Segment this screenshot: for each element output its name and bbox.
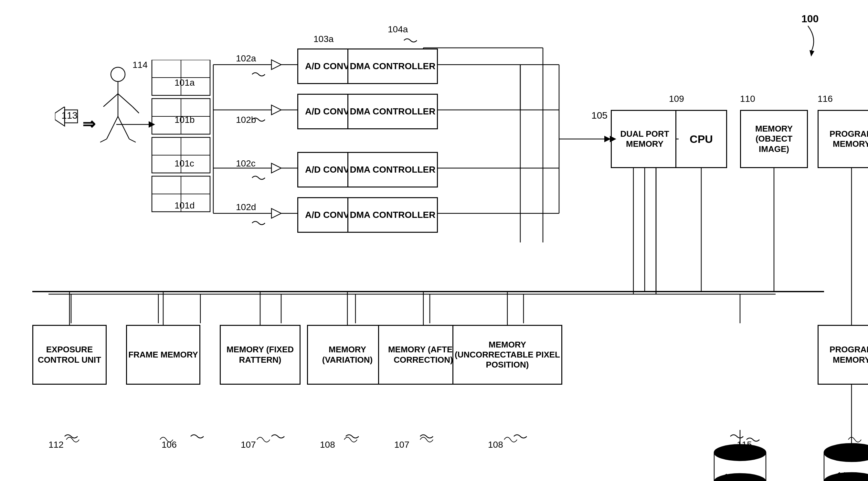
svg-line-74 [100,139,106,142]
input-arrow: ⇒ [83,115,95,133]
svg-rect-78 [65,110,78,123]
svg-marker-30 [272,105,281,115]
svg-marker-67 [809,50,814,57]
svg-point-66 [714,474,766,481]
svg-line-76 [132,107,139,113]
svg-marker-77 [55,107,65,126]
svg-point-68 [111,67,125,82]
dma-controller-b: DMA CONTROLLER [347,94,438,129]
label-103a: 103a [313,34,334,44]
camera-lens [55,107,81,132]
label-107a: 107 [241,440,256,450]
svg-line-75 [129,139,136,142]
svg-marker-36 [272,209,281,218]
label-107b: 107 [394,440,409,450]
label-116: 116 [817,94,833,104]
cpu-box: CPU [675,110,727,168]
label-102b: 102b [236,115,256,125]
label-108a: 108 [320,440,335,450]
memory-fixed-pattern: MEMORY (FIXED RATTERN) [220,325,301,385]
label-114: 114 [132,60,148,70]
dual-port-memory: DUAL PORT MEMORY [611,110,679,168]
dma-controller-c: DMA CONTROLLER [347,152,438,187]
label-102a: 102a [236,53,256,64]
memory-variation: MEMORY (VARIATION) [307,325,388,385]
label-101b: 101b [175,115,194,125]
label-110: 110 [740,94,755,104]
memory-uncorrectable: MEMORY (UNCORRECTABLE PIXEL POSITION) [453,325,562,385]
dma-controller-a: DMA CONTROLLER [347,49,438,84]
label-105: 105 [591,110,608,121]
svg-line-71 [118,94,132,107]
program-memory-bottom: PROGRAMMEMORY [817,325,868,385]
label-101c: 101c [175,158,194,169]
svg-marker-17 [604,136,611,142]
dma-controller-d: DMA CONTROLLER [347,197,438,233]
label-112: 112 [49,440,64,450]
svg-point-104 [824,444,868,461]
svg-marker-27 [272,60,281,69]
person-figure [94,65,142,178]
svg-marker-33 [272,163,281,173]
label-108b: 108 [488,440,503,450]
label-106: 106 [162,440,177,450]
svg-line-72 [106,116,118,139]
memory-object-image: MEMORY (OBJECT IMAGE) [740,110,808,168]
figure-number: 100 [801,13,818,25]
label-102c: 102c [236,158,256,169]
svg-line-73 [118,116,129,139]
main-bus-line [32,291,824,292]
label-111: 111 [724,472,739,481]
exposure-control-unit: EXPOSURE CONTROL UNIT [32,325,106,385]
program-memory: PROGRAM MEMORY [817,110,868,168]
label-101a: 101a [175,78,194,88]
diagram: 100 113 ⇒ [0,0,868,481]
label-109: 109 [669,94,684,104]
label-115: 115 [737,440,752,450]
label-101d: 101d [175,201,194,211]
label-104a: 104a [388,24,408,35]
label-102d: 102d [236,202,256,212]
label-111-bottom: 111 [837,470,852,481]
frame-memory: FRAME MEMORY [126,325,200,385]
svg-line-70 [103,94,118,107]
